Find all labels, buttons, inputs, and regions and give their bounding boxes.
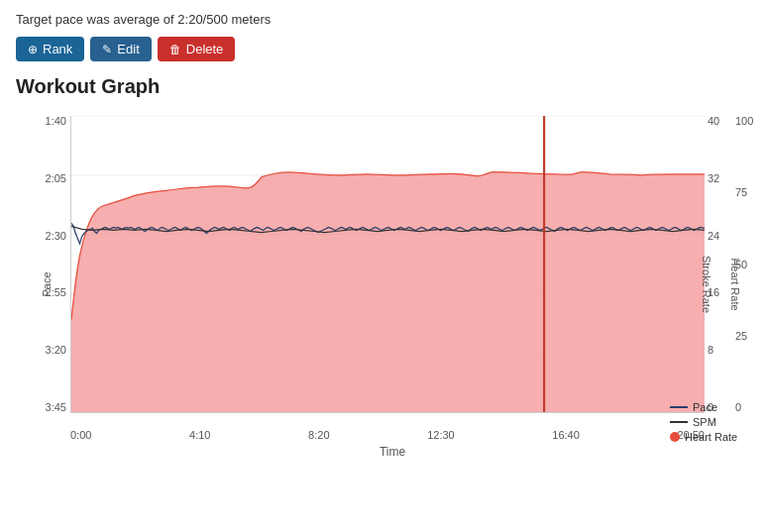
workout-graph: 1:40 2:05 2:30 2:55 3:20 3:45 Pace: [26, 106, 759, 463]
legend-pace: Pace: [670, 401, 759, 413]
edit-icon: ✎: [102, 43, 112, 56]
pace-line-icon: [670, 406, 688, 408]
x-axis: 0:00 4:10 8:20 12:30 16:40 20:50: [70, 429, 705, 441]
spm-line-icon: [670, 421, 688, 423]
spm-legend-label: SPM: [693, 416, 716, 428]
section-title: Workout Graph: [16, 75, 749, 98]
toolbar: ⊕ Rank ✎ Edit 🗑 Delete: [16, 37, 749, 61]
edit-button[interactable]: ✎ Edit: [90, 37, 151, 61]
stroke-rate-axis-label: Stroke Rate: [701, 256, 712, 313]
delete-button[interactable]: 🗑 Delete: [158, 37, 236, 61]
heart-rate-axis-label: Heart Rate: [728, 258, 740, 310]
heart-rate-legend-label: Heart Rate: [685, 431, 737, 443]
chart-area: [70, 116, 705, 413]
chart-legend: Pace SPM Heart Rate: [670, 401, 759, 443]
trash-icon: 🗑: [169, 43, 181, 56]
rank-button[interactable]: ⊕ Rank: [16, 37, 84, 61]
rank-icon: ⊕: [28, 43, 38, 56]
y-axis-left: 1:40 2:05 2:30 2:55 3:20 3:45: [26, 116, 70, 413]
target-pace: Target pace was average of 2:20/500 mete…: [16, 12, 749, 27]
legend-spm: SPM: [670, 416, 759, 428]
heart-rate-dot-icon: [670, 432, 680, 442]
x-axis-label: Time: [380, 445, 405, 459]
pace-axis-label: Pace: [41, 271, 53, 296]
pace-legend-label: Pace: [693, 401, 717, 413]
legend-heart-rate: Heart Rate: [670, 431, 759, 443]
